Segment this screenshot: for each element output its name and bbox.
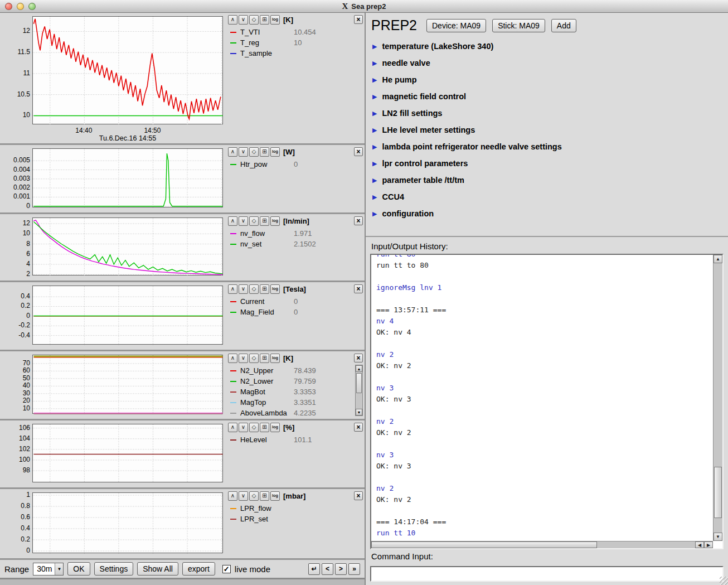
history-horizontal-scrollbar[interactable]: ◀ ▶ [371,541,713,548]
window-minimize-button[interactable] [17,3,24,10]
prep-item[interactable]: ▶He pump [370,71,724,88]
autoscale-button[interactable]: ◇ [249,423,259,432]
range-select[interactable]: 30m ▼ [33,563,64,576]
log-scale-button[interactable]: log [270,147,280,157]
legend-row[interactable]: Htr_pow0 [230,159,353,170]
log-scale-button[interactable]: log [270,284,280,294]
scroll-down-button[interactable]: ∨ [239,354,248,363]
grid-button[interactable]: ⊞ [260,284,269,294]
scroll-up-button[interactable]: ∧ [228,491,237,501]
prep-item[interactable]: ▶temperature (LakeShore 340) [370,38,724,55]
autoscale-button[interactable]: ◇ [249,284,259,294]
legend-row[interactable]: T_VTI10.454 [230,27,353,37]
legend-row[interactable]: Mag_Field0 [230,307,353,317]
window-close-button[interactable] [5,3,12,10]
grid-button[interactable]: ⊞ [260,423,269,432]
log-scale-button[interactable]: log [270,354,280,363]
scroll-down-arrow-icon[interactable]: ▼ [714,533,722,541]
prep-item[interactable]: ▶lpr control parameters [370,155,724,172]
stick-button[interactable]: Stick: MA09 [492,19,545,32]
prep-item[interactable]: ▶lambda point refrigerator needle valve … [370,138,724,155]
legend-scrollbar[interactable]: ▲▼ [355,365,363,416]
scroll-up-button[interactable]: ∧ [228,216,237,226]
plot-canvas[interactable] [32,16,223,124]
grid-button[interactable]: ⊞ [260,491,269,501]
scroll-up-button[interactable]: ∧ [228,15,237,25]
io-history-box[interactable]: run tt 80run tt to 80 ignoreMsg lnv 1 ==… [370,254,724,549]
prep-item[interactable]: ▶CCU4 [370,188,724,205]
log-scale-button[interactable]: log [270,491,280,501]
legend-row[interactable]: MagTop3.3351 [230,397,353,408]
legend-row[interactable]: LPR_set [230,514,353,524]
scroll-down-button[interactable]: ∨ [239,15,248,25]
close-plot-button[interactable]: × [354,491,363,500]
scroll-up-arrow-icon[interactable]: ▲ [356,365,362,372]
log-scale-button[interactable]: log [270,423,280,432]
prep-item[interactable]: ▶configuration [370,205,724,222]
scroll-left-arrow-icon[interactable]: ◀ [695,542,704,548]
plot-canvas[interactable] [32,148,223,207]
device-button[interactable]: Device: MA09 [426,19,486,32]
nav-right-button[interactable]: > [335,563,347,575]
grid-button[interactable]: ⊞ [260,147,269,157]
legend-row[interactable]: T_reg10 [230,37,353,48]
settings-button[interactable]: Settings [94,562,134,576]
vertical-scrollbar-thumb[interactable] [714,467,722,518]
plot-canvas[interactable] [32,286,223,345]
resize-grip[interactable] [720,577,728,585]
scroll-down-button[interactable]: ∨ [239,147,248,157]
legend-scrollbar-thumb[interactable] [356,373,362,393]
legend-row[interactable]: HeLevel101.1 [230,434,353,445]
legend-row[interactable]: nv_flow1.971 [230,228,353,239]
plot-canvas[interactable] [32,492,223,553]
close-plot-button[interactable]: × [354,284,363,293]
legend-row[interactable]: MagBot3.3353 [230,386,353,397]
grid-button[interactable]: ⊞ [260,15,269,25]
legend-row[interactable]: AboveLambda4.2235 [230,408,353,418]
close-plot-button[interactable]: × [354,147,363,156]
close-plot-button[interactable]: × [354,15,363,24]
window-zoom-button[interactable] [28,3,36,10]
legend-row[interactable]: nv_set2.1502 [230,239,353,249]
close-plot-button[interactable]: × [354,423,363,432]
scroll-down-button[interactable]: ∨ [239,491,248,501]
scroll-up-button[interactable]: ∧ [228,284,237,294]
show-all-button[interactable]: Show All [137,562,178,576]
scroll-up-button[interactable]: ∧ [228,147,237,157]
legend-row[interactable]: N2_Lower79.759 [230,376,353,386]
close-plot-button[interactable]: × [354,354,363,362]
nav-return-button[interactable]: ↵ [308,563,320,575]
autoscale-button[interactable]: ◇ [249,15,259,25]
plot-canvas[interactable] [32,424,223,482]
scroll-down-arrow-icon[interactable]: ▼ [356,409,362,415]
history-vertical-scrollbar[interactable]: ▲ ▼ [713,255,722,541]
log-scale-button[interactable]: log [270,15,280,25]
legend-row[interactable]: LPR_flow [230,503,353,514]
prep-item[interactable]: ▶magnetic field control [370,88,724,105]
close-plot-button[interactable]: × [354,216,363,225]
scroll-up-button[interactable]: ∧ [228,423,237,432]
legend-row[interactable]: Current0 [230,296,353,307]
autoscale-button[interactable]: ◇ [249,147,259,157]
scroll-up-arrow-icon[interactable]: ▲ [714,255,722,263]
command-input[interactable] [370,566,724,582]
plot-canvas[interactable] [32,217,223,275]
grid-button[interactable]: ⊞ [260,354,269,363]
legend-row[interactable]: T_sample [230,48,353,59]
scroll-right-arrow-icon[interactable]: ▶ [704,542,713,548]
nav-end-button[interactable]: » [348,563,360,575]
scroll-down-button[interactable]: ∨ [239,284,248,294]
legend-row[interactable]: N2_Upper78.439 [230,365,353,376]
scroll-down-button[interactable]: ∨ [239,216,248,226]
prep-item[interactable]: ▶LHe level meter settings [370,122,724,138]
add-button[interactable]: Add [551,19,576,32]
export-button[interactable]: export [182,562,215,576]
scroll-up-button[interactable]: ∧ [228,354,237,363]
autoscale-button[interactable]: ◇ [249,491,259,501]
ok-button[interactable]: OK [67,562,90,576]
autoscale-button[interactable]: ◇ [249,216,259,226]
prep-item[interactable]: ▶LN2 fill settings [370,105,724,122]
plot-canvas[interactable] [32,355,223,414]
grid-button[interactable]: ⊞ [260,216,269,226]
scroll-down-button[interactable]: ∨ [239,423,248,432]
